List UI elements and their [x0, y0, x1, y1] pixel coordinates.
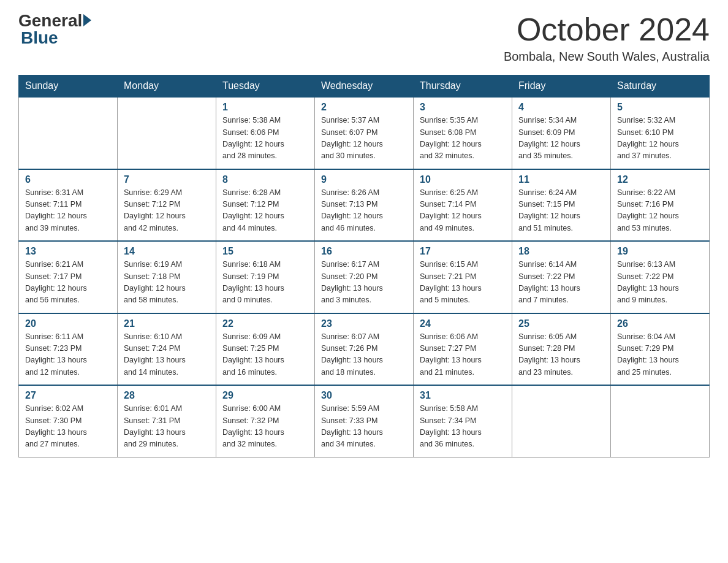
calendar-cell: 8Sunrise: 6:28 AMSunset: 7:12 PMDaylight…: [216, 169, 315, 242]
day-info: Sunrise: 6:29 AMSunset: 7:12 PMDaylight:…: [124, 187, 210, 235]
day-info: Sunrise: 6:14 AMSunset: 7:22 PMDaylight:…: [518, 259, 604, 307]
calendar-cell: 16Sunrise: 6:17 AMSunset: 7:20 PMDayligh…: [315, 241, 414, 313]
calendar-cell: 27Sunrise: 6:02 AMSunset: 7:30 PMDayligh…: [19, 385, 118, 457]
weekday-header-friday: Friday: [512, 75, 611, 98]
day-info: Sunrise: 6:18 AMSunset: 7:19 PMDaylight:…: [222, 259, 308, 307]
day-number: 19: [617, 246, 703, 257]
calendar-cell: 21Sunrise: 6:10 AMSunset: 7:24 PMDayligh…: [118, 313, 216, 386]
day-number: 12: [617, 174, 703, 185]
calendar-cell: 18Sunrise: 6:14 AMSunset: 7:22 PMDayligh…: [512, 241, 611, 313]
calendar-cell: 30Sunrise: 5:59 AMSunset: 7:33 PMDayligh…: [315, 385, 414, 457]
day-number: 28: [124, 390, 210, 401]
day-info: Sunrise: 6:15 AMSunset: 7:21 PMDaylight:…: [420, 259, 506, 307]
day-number: 11: [518, 174, 604, 185]
day-number: 26: [617, 318, 703, 329]
day-number: 23: [321, 318, 407, 329]
day-number: 31: [420, 390, 506, 401]
day-number: 4: [518, 102, 604, 113]
day-info: Sunrise: 6:09 AMSunset: 7:25 PMDaylight:…: [222, 331, 308, 379]
day-number: 13: [25, 246, 111, 257]
day-info: Sunrise: 6:28 AMSunset: 7:12 PMDaylight:…: [222, 187, 308, 235]
day-info: Sunrise: 6:06 AMSunset: 7:27 PMDaylight:…: [420, 331, 506, 379]
weekday-header-sunday: Sunday: [19, 75, 118, 98]
day-number: 27: [25, 390, 111, 401]
calendar-cell: [512, 385, 611, 457]
calendar-cell: 20Sunrise: 6:11 AMSunset: 7:23 PMDayligh…: [19, 313, 118, 386]
calendar-cell: 13Sunrise: 6:21 AMSunset: 7:17 PMDayligh…: [19, 241, 118, 313]
day-info: Sunrise: 5:37 AMSunset: 6:07 PMDaylight:…: [321, 115, 407, 163]
calendar-cell: 1Sunrise: 5:38 AMSunset: 6:06 PMDaylight…: [216, 97, 315, 169]
calendar-cell: 12Sunrise: 6:22 AMSunset: 7:16 PMDayligh…: [611, 169, 710, 242]
day-number: 2: [321, 102, 407, 113]
day-info: Sunrise: 6:02 AMSunset: 7:30 PMDaylight:…: [25, 403, 111, 451]
day-info: Sunrise: 6:21 AMSunset: 7:17 PMDaylight:…: [25, 259, 111, 307]
calendar-cell: [118, 97, 216, 169]
day-number: 3: [420, 102, 506, 113]
day-number: 29: [222, 390, 308, 401]
calendar-cell: 15Sunrise: 6:18 AMSunset: 7:19 PMDayligh…: [216, 241, 315, 313]
day-number: 6: [25, 174, 111, 185]
day-number: 16: [321, 246, 407, 257]
day-number: 30: [321, 390, 407, 401]
calendar-cell: 14Sunrise: 6:19 AMSunset: 7:18 PMDayligh…: [118, 241, 216, 313]
day-info: Sunrise: 6:17 AMSunset: 7:20 PMDaylight:…: [321, 259, 407, 307]
calendar-cell: 24Sunrise: 6:06 AMSunset: 7:27 PMDayligh…: [414, 313, 512, 386]
day-info: Sunrise: 6:26 AMSunset: 7:13 PMDaylight:…: [321, 187, 407, 235]
day-number: 24: [420, 318, 506, 329]
day-number: 7: [124, 174, 210, 185]
calendar-cell: 29Sunrise: 6:00 AMSunset: 7:32 PMDayligh…: [216, 385, 315, 457]
day-info: Sunrise: 6:07 AMSunset: 7:26 PMDaylight:…: [321, 331, 407, 379]
day-info: Sunrise: 6:13 AMSunset: 7:22 PMDaylight:…: [617, 259, 703, 307]
weekday-header-saturday: Saturday: [611, 75, 710, 98]
calendar-cell: 4Sunrise: 5:34 AMSunset: 6:09 PMDaylight…: [512, 97, 611, 169]
month-title: October 2024: [504, 12, 710, 47]
day-number: 22: [222, 318, 308, 329]
calendar-cell: 23Sunrise: 6:07 AMSunset: 7:26 PMDayligh…: [315, 313, 414, 386]
day-number: 21: [124, 318, 210, 329]
week-row-5: 27Sunrise: 6:02 AMSunset: 7:30 PMDayligh…: [19, 385, 710, 457]
calendar-cell: 9Sunrise: 6:26 AMSunset: 7:13 PMDaylight…: [315, 169, 414, 242]
week-row-4: 20Sunrise: 6:11 AMSunset: 7:23 PMDayligh…: [19, 313, 710, 386]
logo-general-text: General: [18, 12, 82, 29]
calendar-cell: 3Sunrise: 5:35 AMSunset: 6:08 PMDaylight…: [414, 97, 512, 169]
page-header: General Blue October 2024 Bombala, New S…: [18, 12, 710, 64]
day-number: 18: [518, 246, 604, 257]
day-info: Sunrise: 6:22 AMSunset: 7:16 PMDaylight:…: [617, 187, 703, 235]
calendar-cell: 25Sunrise: 6:05 AMSunset: 7:28 PMDayligh…: [512, 313, 611, 386]
day-number: 20: [25, 318, 111, 329]
day-info: Sunrise: 5:34 AMSunset: 6:09 PMDaylight:…: [518, 115, 604, 163]
calendar-cell: 5Sunrise: 5:32 AMSunset: 6:10 PMDaylight…: [611, 97, 710, 169]
day-info: Sunrise: 6:01 AMSunset: 7:31 PMDaylight:…: [124, 403, 210, 451]
day-info: Sunrise: 6:19 AMSunset: 7:18 PMDaylight:…: [124, 259, 210, 307]
calendar-cell: 11Sunrise: 6:24 AMSunset: 7:15 PMDayligh…: [512, 169, 611, 242]
week-row-2: 6Sunrise: 6:31 AMSunset: 7:11 PMDaylight…: [19, 169, 710, 242]
day-info: Sunrise: 5:32 AMSunset: 6:10 PMDaylight:…: [617, 115, 703, 163]
day-number: 1: [222, 102, 308, 113]
location-text: Bombala, New South Wales, Australia: [504, 50, 710, 64]
week-row-1: 1Sunrise: 5:38 AMSunset: 6:06 PMDaylight…: [19, 97, 710, 169]
calendar-cell: 6Sunrise: 6:31 AMSunset: 7:11 PMDaylight…: [19, 169, 118, 242]
day-info: Sunrise: 5:35 AMSunset: 6:08 PMDaylight:…: [420, 115, 506, 163]
calendar-cell: 22Sunrise: 6:09 AMSunset: 7:25 PMDayligh…: [216, 313, 315, 386]
day-info: Sunrise: 6:31 AMSunset: 7:11 PMDaylight:…: [25, 187, 111, 235]
day-info: Sunrise: 5:38 AMSunset: 6:06 PMDaylight:…: [222, 115, 308, 163]
calendar-cell: 26Sunrise: 6:04 AMSunset: 7:29 PMDayligh…: [611, 313, 710, 386]
day-info: Sunrise: 5:58 AMSunset: 7:34 PMDaylight:…: [420, 403, 506, 451]
weekday-header-thursday: Thursday: [414, 75, 512, 98]
day-info: Sunrise: 6:04 AMSunset: 7:29 PMDaylight:…: [617, 331, 703, 379]
day-info: Sunrise: 5:59 AMSunset: 7:33 PMDaylight:…: [321, 403, 407, 451]
calendar-cell: [19, 97, 118, 169]
day-info: Sunrise: 6:24 AMSunset: 7:15 PMDaylight:…: [518, 187, 604, 235]
weekday-header-row: SundayMondayTuesdayWednesdayThursdayFrid…: [19, 75, 710, 98]
day-info: Sunrise: 6:10 AMSunset: 7:24 PMDaylight:…: [124, 331, 210, 379]
day-info: Sunrise: 6:11 AMSunset: 7:23 PMDaylight:…: [25, 331, 111, 379]
day-number: 10: [420, 174, 506, 185]
logo-blue-text: Blue: [18, 28, 58, 48]
weekday-header-monday: Monday: [118, 75, 216, 98]
day-number: 14: [124, 246, 210, 257]
day-number: 8: [222, 174, 308, 185]
day-number: 9: [321, 174, 407, 185]
calendar-cell: 31Sunrise: 5:58 AMSunset: 7:34 PMDayligh…: [414, 385, 512, 457]
title-area: October 2024 Bombala, New South Wales, A…: [504, 12, 710, 64]
week-row-3: 13Sunrise: 6:21 AMSunset: 7:17 PMDayligh…: [19, 241, 710, 313]
